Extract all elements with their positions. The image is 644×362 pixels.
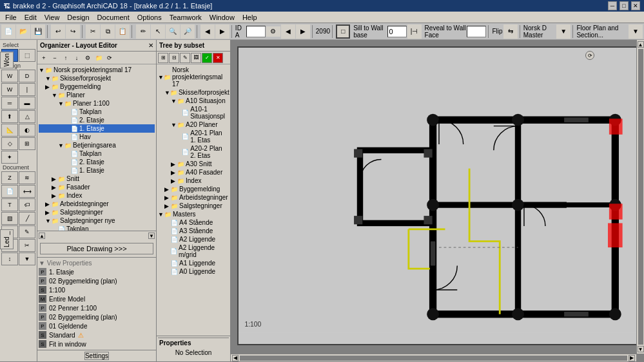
menu-options[interactable]: Options — [133, 13, 166, 22]
layout-tree-a10-1[interactable]: 📄 A10-1 Situasjonspl — [158, 105, 229, 120]
tool-dimension[interactable]: ⟷ — [19, 185, 35, 198]
menu-document[interactable]: Document — [93, 13, 133, 22]
tree-item-etasje2b[interactable]: 📄 2. Etasje — [39, 158, 155, 166]
tool-curtainwall[interactable]: ⊞ — [19, 137, 35, 150]
layout-frame[interactable]: □ — [336, 24, 350, 39]
scroll-up[interactable]: ▲ — [638, 41, 644, 48]
sill-input[interactable] — [387, 26, 407, 37]
tool-shell[interactable]: ◐ — [19, 124, 35, 137]
new-btn[interactable]: 📄 — [1, 24, 15, 39]
layout-tree-norsk[interactable]: ▼ 📁 Norsk prosjekteringsmal 17 — [158, 66, 229, 88]
tool-more[interactable]: ▼ — [19, 252, 35, 265]
tree-item-hav[interactable]: 📄 Hav — [39, 133, 155, 141]
draw-btn[interactable]: ✏ — [136, 24, 150, 39]
tool-beam[interactable]: ═ — [1, 97, 18, 110]
menu-teamwork[interactable]: Teamwork — [166, 13, 206, 22]
tool-wall[interactable]: W — [1, 70, 18, 82]
cut-btn[interactable]: ✂ — [86, 24, 100, 39]
tool-text[interactable]: T — [1, 198, 18, 211]
tree-item-salgs[interactable]: ▶ 📁 Salgstegninger — [39, 208, 155, 216]
tree-item-snitt[interactable]: ▶ 📁 Snitt — [39, 175, 155, 183]
tree-item-fasader[interactable]: ▶ 📁 Fasader — [39, 183, 155, 191]
tool-document[interactable]: 📄 — [1, 185, 18, 198]
save-btn[interactable]: 💾 — [31, 24, 45, 39]
tool-elevation[interactable]: ↕ — [1, 252, 18, 265]
layout-tree-a2-l[interactable]: 📄 A2 Liggende — [158, 235, 229, 243]
redo-btn[interactable]: ↪ — [66, 24, 80, 39]
layout-btn-ok[interactable]: ✓ — [202, 53, 212, 63]
tree-item-salgs-nye[interactable]: ▼ 📁 Salgstegninger nye — [39, 216, 155, 225]
layout-tree-masters[interactable]: ▼ 📁 Masters — [158, 210, 229, 218]
prev-btn[interactable]: ◀ — [200, 24, 215, 39]
tree-item-takplan[interactable]: 📄 Takplan — [39, 108, 155, 116]
tool-section[interactable]: ✂ — [19, 239, 35, 252]
tool-roof[interactable]: △ — [19, 110, 35, 123]
select-btn[interactable]: ↖ — [151, 24, 165, 39]
tool-drawing2[interactable]: ✎ — [19, 225, 35, 238]
menu-edit[interactable]: Edit — [21, 13, 41, 22]
tree-item-takplan3[interactable]: 📄 Takplan — [39, 225, 155, 231]
layout-tree-a2-lg[interactable]: 📄 A2 Liggende m/grid — [158, 243, 229, 259]
org-sync[interactable]: ⟳ — [104, 53, 115, 63]
tree-scroll-up[interactable]: ▲ — [39, 233, 45, 239]
undo-btn[interactable]: ↩ — [51, 24, 65, 39]
tree-item-etasje2[interactable]: 📄 2. Etasje — [39, 116, 155, 124]
fp-menu[interactable]: ▼ — [629, 24, 643, 39]
layout-tree-a20-2[interactable]: 📄 A20-2 Plan 2. Etas — [158, 144, 229, 160]
layout-btn4[interactable]: 🖼 — [191, 53, 201, 63]
layout-btn2[interactable]: ⊟ — [169, 53, 179, 63]
tool-marquee[interactable]: ⬚ — [19, 49, 35, 62]
layout-btn-cancel[interactable]: ✕ — [213, 53, 223, 63]
tree-item-arbeid[interactable]: ▶ 📁 Arbeidstegninger — [39, 200, 155, 208]
layout-tree-a0[interactable]: 📄 A0 Liggende — [158, 267, 229, 276]
tree-item-etasje1[interactable]: 📄 1. Etasje — [39, 124, 155, 133]
layout-btn1[interactable]: ⊞ — [158, 53, 168, 63]
menu-design[interactable]: Design — [63, 13, 93, 22]
org-settings[interactable]: ⚙ — [83, 53, 93, 63]
minimize-button[interactable]: ─ — [608, 1, 617, 10]
scroll-down[interactable]: ▼ — [638, 346, 644, 352]
tool-line[interactable]: ╱ — [19, 212, 35, 225]
tool-column[interactable]: | — [19, 83, 35, 96]
layout-btn3[interactable]: ✎ — [180, 53, 190, 63]
tool-fill[interactable]: ▧ — [1, 212, 18, 225]
org-up[interactable]: ↑ — [61, 53, 71, 63]
wall-face-input[interactable] — [467, 26, 486, 37]
menu-view[interactable]: View — [41, 13, 64, 22]
layout-tree-a20-1[interactable]: 📄 A20-1 Plan 1. Etas — [158, 129, 229, 144]
tool-slab[interactable]: ▬ — [19, 97, 35, 110]
paste-btn[interactable]: 📋 — [115, 24, 130, 39]
close-button[interactable]: ✕ — [631, 1, 640, 10]
scroll-left[interactable]: ◀ — [232, 355, 239, 361]
tool-door[interactable]: D — [19, 70, 35, 82]
settings-btn[interactable]: Settings — [84, 352, 109, 360]
master-menu[interactable]: ▼ — [556, 24, 571, 39]
rotate-handle[interactable]: ⟳ — [585, 51, 594, 60]
tree-item-betjeningsarea[interactable]: ▼ 📁 Betjeningsarea — [39, 141, 155, 149]
nav-next[interactable]: ▶ — [296, 24, 310, 39]
place-drawing-btn[interactable]: Place Drawing >>> — [40, 243, 153, 254]
layout-tree-skisse[interactable]: ▼ 📁 Skisse/forprosjekt — [158, 88, 229, 97]
layout-tree-a30[interactable]: ▶ 📁 A30 Snitt — [158, 160, 229, 168]
menu-help[interactable]: Help — [239, 13, 261, 22]
tree-item-index[interactable]: ▶ 📁 Index — [39, 191, 155, 200]
settings-btn[interactable]: ⚙ — [266, 26, 280, 37]
flip-btn[interactable]: ⇆ — [503, 24, 518, 39]
layout-tree-a3[interactable]: 📄 A3 Stående — [158, 227, 229, 235]
layout-tree-a20[interactable]: ▼ 📁 A20 Planer — [158, 120, 229, 129]
zoom-out-btn[interactable]: 🔎 — [181, 24, 195, 39]
layout-tree-a1[interactable]: 📄 A1 Liggende — [158, 259, 229, 267]
layout-tree-salgs[interactable]: ▶ 📁 Salgstegninger — [158, 202, 229, 210]
wall-face-btn[interactable]: |⊣ — [407, 24, 422, 39]
id-input[interactable] — [246, 26, 266, 37]
layout-tree-a40[interactable]: ▶ 📁 A40 Fasader — [158, 168, 229, 176]
tool-label[interactable]: 🏷 — [19, 198, 35, 211]
maximize-button[interactable]: □ — [620, 1, 629, 10]
tool-mesh[interactable]: ≋ — [19, 171, 35, 184]
tree-item-byggemelding[interactable]: ▶ 📁 Byggemelding — [39, 82, 155, 91]
org-folder[interactable]: 📁 — [93, 53, 104, 63]
tool-stair[interactable]: ⬆ — [1, 110, 18, 123]
copy-btn[interactable]: ⧉ — [101, 24, 115, 39]
tree-item-plan100[interactable]: ▼ 📁 Planer 1:100 — [39, 99, 155, 108]
tool-zone[interactable]: Z — [1, 171, 18, 184]
